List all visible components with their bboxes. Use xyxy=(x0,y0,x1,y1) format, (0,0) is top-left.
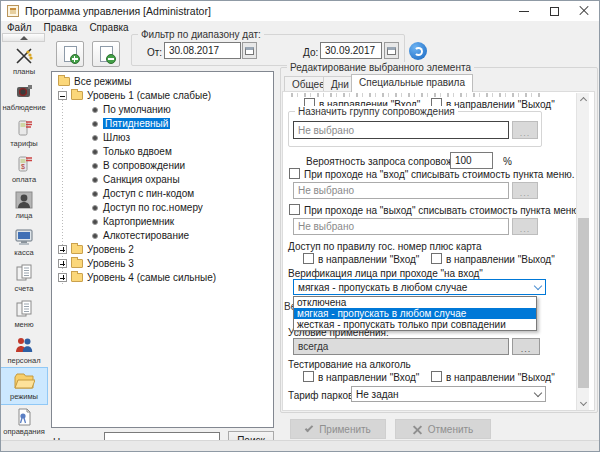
tree-item[interactable]: Только вдвоем xyxy=(92,145,172,158)
add-button[interactable] xyxy=(56,41,84,67)
probability-input[interactable]: 100 xyxy=(450,152,493,169)
tab-special-rules[interactable]: Специальные правила xyxy=(351,74,473,92)
folder-icon xyxy=(71,273,83,282)
face-verify-dropdown: отключена мягкая - пропускать в любом сл… xyxy=(293,296,537,331)
sidebar-item-cashdesk[interactable]: касса xyxy=(1,223,47,259)
tree-item-selected[interactable]: Пятидневный xyxy=(92,117,170,130)
from-label: От: xyxy=(147,47,162,58)
chevron-up-icon xyxy=(580,97,587,104)
accounts-docs-icon xyxy=(14,263,34,283)
parking-value: Не задан xyxy=(356,389,399,400)
charge-out-checkbox[interactable] xyxy=(289,204,300,215)
tree-item[interactable]: В сопровождении xyxy=(92,159,185,172)
charge-in-field[interactable]: Не выбрано xyxy=(293,182,509,199)
charge-out-browse-button[interactable]: ... xyxy=(512,218,538,235)
svg-text:$: $ xyxy=(21,163,25,170)
gov-direction-in-checkbox[interactable] xyxy=(303,253,314,264)
close-button[interactable] xyxy=(569,1,599,21)
folder-icon xyxy=(58,77,70,86)
expander-plus-icon[interactable] xyxy=(58,245,67,254)
bullet-icon xyxy=(92,191,98,197)
expander-plus-icon[interactable] xyxy=(58,259,67,268)
scroll-up-button[interactable] xyxy=(577,93,590,105)
dropdown-option[interactable]: отключена xyxy=(294,297,536,308)
vertical-scrollbar[interactable] xyxy=(576,93,589,410)
date-to-calendar-button[interactable] xyxy=(384,42,399,59)
sidebar-item-label: режимы xyxy=(10,392,38,401)
date-from-calendar-button[interactable] xyxy=(242,42,257,59)
bullet-icon xyxy=(92,177,98,183)
condition-field[interactable]: всегда xyxy=(293,338,509,355)
sidebar-item-plans[interactable]: планы xyxy=(1,43,47,79)
sidebar-item-payment[interactable]: $ оплата xyxy=(1,151,47,187)
apply-button[interactable]: Применить xyxy=(290,419,386,439)
refresh-button[interactable] xyxy=(409,42,427,60)
dropdown-option-highlighted[interactable]: мягкая - пропускать в любом случае xyxy=(294,308,536,319)
date-from-input[interactable]: 30.08.2017 xyxy=(164,42,241,59)
tree-item-label: Уровень 2 xyxy=(87,244,134,255)
sidebar-item-excuses[interactable]: оправдания xyxy=(1,404,47,440)
folder-icon xyxy=(13,371,35,391)
refresh-icon xyxy=(414,47,423,56)
gov-direction-out-checkbox[interactable] xyxy=(431,253,442,264)
tree-level2-item[interactable]: Уровень 2 xyxy=(58,243,134,256)
tree-item-label: Только вдвоем xyxy=(103,146,172,157)
tree-item-label: По умолчанию xyxy=(103,104,171,115)
direction-out-label: в направлении "Выход" xyxy=(446,99,555,110)
dropdown-option[interactable]: жесткая - пропускать только при совпаден… xyxy=(294,319,536,330)
tree-item-label: Картоприемник xyxy=(103,216,174,227)
cancel-button[interactable]: Отменить xyxy=(395,419,491,439)
face-verify-combobox[interactable]: мягкая - пропускать в любом случае xyxy=(293,279,546,295)
sidebar-item-label: счета xyxy=(14,284,33,293)
alcohol-direction-out-label: в направлении "Выход" xyxy=(446,372,555,383)
sidebar-item-label: персонал xyxy=(7,356,40,365)
alcohol-direction-in-checkbox[interactable] xyxy=(303,371,314,382)
sidebar-item-staff[interactable]: персонал xyxy=(1,332,47,368)
expander-plus-icon[interactable] xyxy=(58,273,67,282)
parking-combobox[interactable]: Не задан xyxy=(351,386,546,402)
maximize-button[interactable] xyxy=(539,1,569,21)
sidebar-item-menu[interactable]: меню xyxy=(1,296,47,332)
tariffs-icon xyxy=(14,118,34,138)
alcohol-direction-out-checkbox[interactable] xyxy=(431,371,442,382)
folder-icon xyxy=(71,259,83,268)
sidebar-scroll-up-button[interactable] xyxy=(2,33,45,42)
charge-in-browse-button[interactable]: ... xyxy=(512,182,538,199)
charge-out-field[interactable]: Не выбрано xyxy=(293,218,509,235)
tree-item[interactable]: Санкция охраны xyxy=(92,173,180,186)
tree-root-item[interactable]: Все режимы xyxy=(58,75,131,88)
sidebar-item-modes[interactable]: режимы xyxy=(1,368,47,404)
calendar-icon xyxy=(245,47,254,55)
remove-document-icon xyxy=(100,46,113,62)
tree-item[interactable]: По умолчанию xyxy=(92,103,171,116)
alcohol-label: Тестирование на алкоголь xyxy=(288,359,411,370)
sidebar-item-persons[interactable]: лица xyxy=(1,187,47,223)
sidebar-item-label: оправдания xyxy=(3,427,44,436)
sidebar-item-accounts[interactable]: счета xyxy=(1,260,47,296)
remove-button[interactable] xyxy=(92,41,120,67)
minimize-button[interactable] xyxy=(509,1,539,21)
escort-group-browse-button[interactable]: ... xyxy=(512,121,538,139)
date-to-input[interactable]: 30.09.2017 xyxy=(320,42,382,59)
scrollbar-thumb[interactable] xyxy=(578,218,589,388)
condition-browse-button[interactable]: ... xyxy=(512,338,540,355)
tree-level3-item[interactable]: Уровень 3 xyxy=(58,257,134,270)
charge-in-checkbox[interactable] xyxy=(289,168,300,179)
expander-minus-icon[interactable] xyxy=(58,91,67,100)
tree-item[interactable]: Шлюз xyxy=(92,131,130,144)
tree-item[interactable]: Доступ с пин-кодом xyxy=(92,187,194,200)
tree-item-label: Алкотестирование xyxy=(103,230,189,241)
escort-group-field[interactable]: Не выбрано xyxy=(293,121,509,139)
sidebar-item-tariffs[interactable]: тарифы xyxy=(1,115,47,151)
face-verify-label: Верификация лица при проходе "на вход" xyxy=(288,268,483,279)
tree-item[interactable]: Картоприемник xyxy=(92,215,174,228)
tree-item[interactable]: Алкотестирование xyxy=(92,229,189,242)
tree-item-label: Шлюз xyxy=(103,132,130,143)
tree-level4-item[interactable]: Уровень 4 (самые сильные) xyxy=(58,271,216,284)
sidebar-item-observation[interactable]: наблюдение xyxy=(1,79,47,115)
menu-help[interactable]: Справка xyxy=(83,21,134,35)
tree-item[interactable]: Доступ по гос.номеру xyxy=(92,201,203,214)
gov-rule-label: Доступ по правилу гос. номер плюс карта xyxy=(288,241,482,252)
scroll-down-button[interactable] xyxy=(577,398,590,410)
tree-level1-item[interactable]: Уровень 1 (самые слабые) xyxy=(58,89,211,102)
